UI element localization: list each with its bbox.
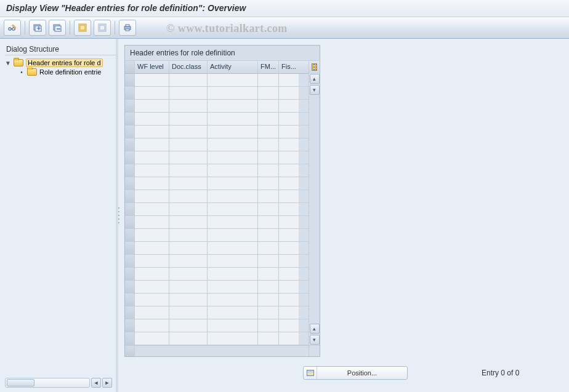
cell-fm[interactable] [258, 229, 279, 241]
cell-fm[interactable] [258, 216, 279, 228]
cell-fis[interactable] [279, 294, 299, 306]
cell-activity[interactable] [208, 229, 258, 241]
cell-doc-class[interactable] [169, 74, 208, 86]
cell-fis[interactable] [279, 242, 299, 254]
cell-wf-level[interactable] [135, 126, 169, 138]
cell-doc-class[interactable] [169, 151, 208, 164]
row-selector[interactable] [125, 190, 135, 202]
column-header-doc-class[interactable]: Doc.class [169, 61, 208, 73]
scroll-last-button[interactable]: ▾ [310, 335, 320, 345]
cell-fm[interactable] [258, 126, 279, 138]
row-selector-header[interactable] [125, 61, 135, 73]
select-all-button[interactable] [74, 20, 91, 36]
cell-fis[interactable] [279, 281, 299, 293]
row-selector[interactable] [125, 268, 135, 280]
cell-wf-level[interactable] [135, 164, 169, 177]
cell-fis[interactable] [279, 87, 299, 99]
row-selector[interactable] [125, 138, 135, 151]
row-selector[interactable] [125, 87, 135, 99]
table-row[interactable] [125, 138, 309, 151]
scroll-track[interactable] [135, 346, 309, 356]
table-row[interactable] [125, 281, 309, 294]
tree-node-role-definition[interactable]: • Role definition entrie [5, 68, 116, 76]
table-row[interactable] [125, 203, 309, 216]
cell-wf-level[interactable] [135, 281, 169, 293]
configure-columns-button[interactable] [309, 61, 320, 73]
cell-wf-level[interactable] [135, 203, 169, 215]
cell-fm[interactable] [258, 138, 279, 151]
cell-doc-class[interactable] [169, 113, 208, 125]
cell-doc-class[interactable] [169, 281, 208, 293]
cell-doc-class[interactable] [169, 255, 208, 267]
cell-activity[interactable] [208, 203, 258, 215]
cell-activity[interactable] [208, 151, 258, 164]
cell-fm[interactable] [258, 294, 279, 306]
cell-activity[interactable] [208, 190, 258, 202]
scroll-first-button[interactable]: ▴ [310, 74, 320, 84]
cell-wf-level[interactable] [135, 332, 169, 345]
table-row[interactable] [125, 294, 309, 306]
cell-fm[interactable] [258, 177, 279, 190]
cell-activity[interactable] [208, 332, 258, 345]
cell-activity[interactable] [208, 242, 258, 254]
cell-fm[interactable] [258, 74, 279, 86]
cell-fm[interactable] [258, 268, 279, 280]
cell-activity[interactable] [208, 113, 258, 125]
cell-wf-level[interactable] [135, 177, 169, 190]
cell-doc-class[interactable] [169, 190, 208, 202]
cell-wf-level[interactable] [135, 87, 169, 99]
cell-doc-class[interactable] [169, 216, 208, 228]
cell-fis[interactable] [279, 164, 299, 177]
table-row[interactable] [125, 126, 309, 138]
cell-doc-class[interactable] [169, 87, 208, 99]
row-selector[interactable] [125, 151, 135, 164]
cell-activity[interactable] [208, 216, 258, 228]
cell-activity[interactable] [208, 87, 258, 99]
cell-activity[interactable] [208, 164, 258, 177]
table-row[interactable] [125, 216, 309, 229]
cell-fis[interactable] [279, 126, 299, 138]
table-row[interactable] [125, 74, 309, 87]
cell-fis[interactable] [279, 268, 299, 280]
cell-fis[interactable] [279, 216, 299, 228]
table-row[interactable] [125, 164, 309, 177]
row-selector[interactable] [125, 74, 135, 86]
cell-wf-level[interactable] [135, 268, 169, 280]
cell-fis[interactable] [279, 203, 299, 215]
cell-wf-level[interactable] [135, 190, 169, 202]
row-selector[interactable] [125, 100, 135, 112]
scroll-left-button[interactable]: ◄ [91, 378, 101, 388]
cell-wf-level[interactable] [135, 255, 169, 267]
cell-wf-level[interactable] [135, 74, 169, 86]
cell-doc-class[interactable] [169, 203, 208, 215]
cell-fis[interactable] [279, 229, 299, 241]
cell-fm[interactable] [258, 100, 279, 112]
collapse-all-button[interactable] [49, 20, 66, 36]
cell-fis[interactable] [279, 332, 299, 345]
table-row[interactable] [125, 87, 309, 100]
scroll-thumb[interactable] [7, 379, 34, 386]
cell-activity[interactable] [208, 177, 258, 190]
cell-fm[interactable] [258, 151, 279, 164]
row-selector[interactable] [125, 126, 135, 138]
row-selector[interactable] [125, 177, 135, 190]
row-selector[interactable] [125, 281, 135, 293]
cell-fm[interactable] [258, 281, 279, 293]
cell-wf-level[interactable] [135, 319, 169, 332]
cell-activity[interactable] [208, 138, 258, 151]
cell-doc-class[interactable] [169, 126, 208, 138]
cell-fm[interactable] [258, 242, 279, 254]
table-row[interactable] [125, 306, 309, 319]
row-selector[interactable] [125, 229, 135, 241]
row-selector[interactable] [125, 294, 135, 306]
cell-fm[interactable] [258, 332, 279, 345]
cell-fis[interactable] [279, 113, 299, 125]
scroll-right-button[interactable]: ► [102, 378, 112, 388]
cell-doc-class[interactable] [169, 319, 208, 332]
cell-doc-class[interactable] [169, 177, 208, 190]
cell-doc-class[interactable] [169, 229, 208, 241]
row-selector[interactable] [125, 216, 135, 228]
cell-fm[interactable] [258, 87, 279, 99]
cell-activity[interactable] [208, 74, 258, 86]
table-horizontal-scrollbar[interactable] [125, 345, 320, 356]
